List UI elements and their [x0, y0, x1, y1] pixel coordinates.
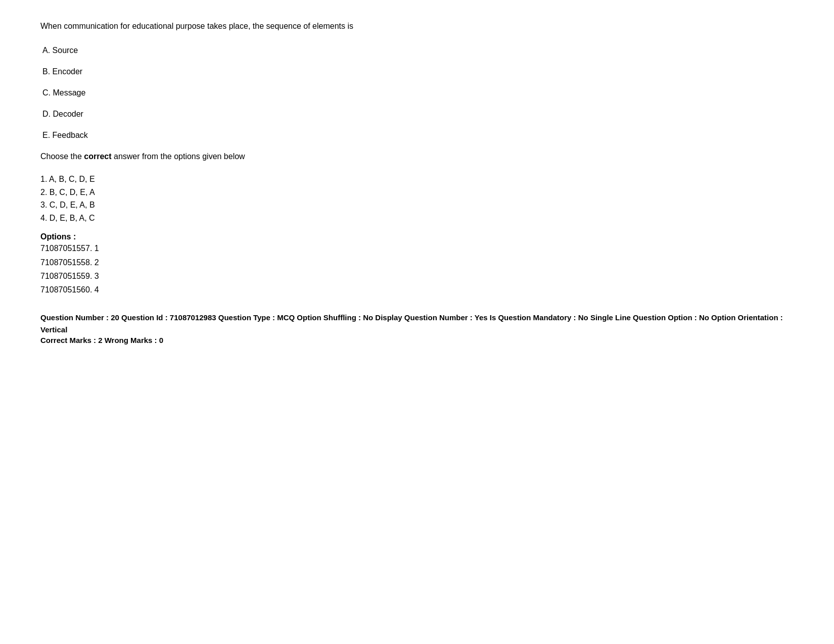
meta-line1: Question Number : 20 Question Id : 71087…	[40, 312, 794, 336]
marks-line: Correct Marks : 2 Wrong Marks : 0	[40, 336, 794, 344]
options-section: Options : 71087051557. 1 71087051558. 2 …	[40, 232, 794, 296]
option-id-1: 71087051557. 1	[40, 241, 794, 255]
choose-instruction: Choose the correct answer from the optio…	[40, 151, 794, 163]
answer-1: 1. A, B, C, D, E	[40, 173, 794, 186]
option-a: A. Source	[40, 44, 794, 57]
option-b: B. Encoder	[40, 66, 794, 78]
option-e: E. Feedback	[40, 129, 794, 141]
option-id-4: 71087051560. 4	[40, 283, 794, 296]
option-id-2: 71087051558. 2	[40, 256, 794, 269]
option-d: D. Decoder	[40, 108, 794, 120]
answer-3: 3. C, D, E, A, B	[40, 199, 794, 212]
question-container: When communication for educational purpo…	[40, 20, 794, 344]
meta-block: Question Number : 20 Question Id : 71087…	[40, 312, 794, 344]
options-label: Options :	[40, 232, 794, 241]
answer-4: 4. D, E, B, A, C	[40, 212, 794, 225]
answers-list: 1. A, B, C, D, E 2. B, C, D, E, A 3. C, …	[40, 173, 794, 224]
answer-2: 2. B, C, D, E, A	[40, 186, 794, 199]
option-id-3: 71087051559. 3	[40, 269, 794, 283]
options-list: A. Source B. Encoder C. Message D. Decod…	[40, 44, 794, 141]
option-c: C. Message	[40, 87, 794, 99]
question-text: When communication for educational purpo…	[40, 20, 794, 32]
